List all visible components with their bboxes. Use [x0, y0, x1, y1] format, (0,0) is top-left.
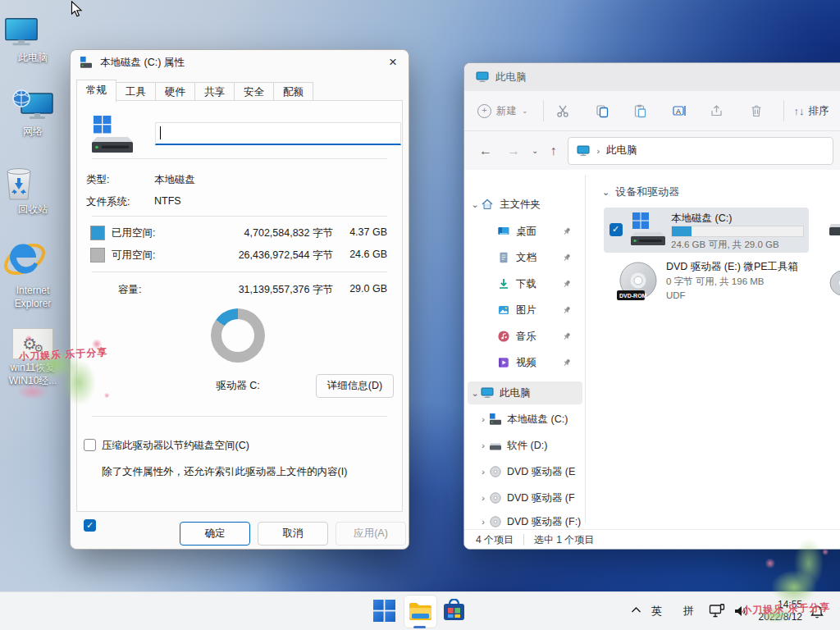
desktop-icon-internet-explorer[interactable]: Internet Explorer [2, 238, 63, 310]
up-button[interactable]: ↑ [550, 144, 556, 158]
notification-bell-icon[interactable]: z [810, 604, 824, 619]
divider [92, 216, 387, 217]
index-checkbox-label: 除了文件属性外，还允许索引此驱动器上文件的内容(I) [102, 465, 347, 479]
desktop-icon-this-pc[interactable]: 此电脑 [2, 16, 63, 65]
sidebar-item-dvd-f2[interactable]: › DVD 驱动器 (F:) [477, 514, 584, 529]
rename-icon: A [672, 103, 687, 118]
apply-button[interactable]: 应用(A) [336, 522, 406, 546]
cancel-button[interactable]: 取消 [258, 522, 328, 546]
home-icon [481, 198, 494, 211]
sort-button-label: 排序 [809, 104, 829, 118]
sidebar-item-documents[interactable]: 文档 [469, 246, 582, 269]
partial-dvd-icon[interactable] [829, 270, 840, 298]
sidebar-item-dvd-e[interactable]: › DVD 驱动器 (E [477, 460, 584, 483]
sidebar-item-this-pc[interactable]: ⌄ 此电脑 [468, 381, 582, 404]
free-space-size: 24.6 GB [335, 249, 387, 260]
sidebar-item-dvd-f[interactable]: › DVD 驱动器 (F [477, 486, 584, 509]
rename-button[interactable]: A [669, 100, 690, 121]
pin-icon [563, 253, 571, 262]
drive-tile-dvd-e[interactable]: DVD-ROM DVD 驱动器 (E:) 微PE工具箱 0 字节 可用, 共 1… [604, 258, 809, 306]
tile-checkbox[interactable] [609, 223, 623, 236]
sidebar-item-music[interactable]: 音乐 [469, 325, 582, 348]
index-checkbox[interactable] [84, 519, 96, 532]
explorer-navigation-bar: ← → ⌄ ↑ › 此电脑 [464, 131, 840, 171]
status-selected-count: 选中 1 个项目 [534, 533, 594, 547]
drive-caption: 驱动器 C: [180, 379, 295, 393]
address-bar[interactable]: › 此电脑 [568, 137, 833, 165]
type-value: 本地磁盘 [154, 173, 195, 187]
folder-icon [409, 602, 432, 622]
drive-tile-info: 0 字节 可用, 共 196 MB [666, 276, 765, 288]
pictures-icon [497, 304, 510, 317]
volume-tray-icon[interactable] [733, 605, 749, 618]
explorer-titlebar[interactable]: 此电脑 [464, 63, 840, 91]
desktop-icon-label: win11恢复 WIN10经... [2, 362, 63, 387]
sidebar-item-downloads[interactable]: 下载 [469, 272, 582, 295]
mouse-cursor [71, 1, 83, 18]
cut-icon [555, 103, 570, 118]
sort-arrows-icon: ↑↓ [794, 105, 805, 117]
sidebar-item-videos[interactable]: 视频 [469, 351, 582, 374]
desktop-icon-label: 回收站 [2, 203, 63, 217]
compress-checkbox[interactable] [84, 439, 96, 451]
drive-c-icon [489, 413, 502, 426]
toolbar-separator [783, 100, 784, 121]
desktop-icon-label: 网络 [2, 126, 63, 139]
compress-checkbox-label: 压缩此驱动器以节约磁盘空间(C) [102, 439, 249, 453]
dvd-rom-icon: DVD-ROM [617, 261, 660, 304]
network-tray-icon[interactable] [709, 604, 725, 619]
divider [92, 416, 387, 417]
sidebar-item-desktop[interactable]: 桌面 [469, 220, 582, 243]
sidebar-item-label: 本地磁盘 (C:) [507, 413, 568, 427]
breadcrumb-separator: › [596, 146, 600, 156]
volume-label-input[interactable] [155, 122, 401, 145]
delete-button[interactable] [746, 100, 767, 121]
close-icon[interactable]: × [389, 57, 397, 68]
paste-button[interactable] [629, 100, 651, 121]
recycle-bin-icon [2, 167, 63, 201]
sidebar-item-drive-d[interactable]: › 软件 (D:) [477, 434, 584, 457]
breadcrumb-root[interactable]: 此电脑 [606, 144, 637, 158]
filesystem-value: NTFS [154, 195, 181, 207]
ok-button[interactable]: 确定 [180, 522, 250, 546]
recent-locations-chevron[interactable]: ⌄ [532, 146, 538, 155]
explorer-window: 此电脑 + 新建 ⌄ A ↑↓ 排序 [463, 62, 840, 550]
capacity-bytes: 31,139,557,376 字节 [200, 283, 333, 297]
share-button[interactable] [706, 100, 728, 121]
taskbar-store-button[interactable] [442, 599, 466, 623]
sidebar-item-label: 视频 [516, 356, 536, 370]
devices-section-header[interactable]: ⌄ 设备和驱动器 [602, 185, 679, 199]
partial-drive-icon[interactable] [828, 217, 840, 242]
desktop-icon-win11-restore[interactable]: ⚙⚙ win11恢复 WIN10经... [2, 328, 63, 387]
pin-icon [563, 280, 571, 289]
chevron-right-icon: › [477, 517, 489, 527]
ime-mode-indicator[interactable]: 拼 [683, 604, 694, 619]
start-button[interactable] [373, 600, 395, 622]
drive-icon [489, 440, 502, 452]
hidden-icons-chevron[interactable] [631, 606, 641, 614]
drive-tile-c[interactable]: 本地磁盘 (C:) 24.6 GB 可用, 共 29.0 GB [604, 208, 809, 253]
taskbar-clock[interactable]: 14:55 2022/8/12 [751, 599, 802, 623]
sidebar-item-pictures[interactable]: 图片 [469, 299, 582, 322]
chevron-down-icon: ⌄ [522, 107, 528, 115]
desktop-icon-network[interactable]: 网络 [2, 89, 63, 139]
sidebar-item-home[interactable]: ⌄ 主文件夹 [469, 193, 582, 216]
desktop-icon-recycle-bin[interactable]: 回收站 [2, 167, 63, 217]
tab-general[interactable]: 常规 [76, 80, 116, 103]
sidebar-item-drive-c[interactable]: › 本地磁盘 (C:) [477, 408, 584, 431]
video-icon [497, 356, 510, 369]
cut-button[interactable] [552, 100, 573, 121]
details-button[interactable]: 详细信息(D) [316, 374, 394, 398]
chevron-right-icon: › [477, 467, 489, 477]
taskbar-file-explorer-button[interactable] [404, 595, 437, 628]
drive-usage-bar [671, 226, 804, 237]
forward-button[interactable]: → [507, 144, 520, 158]
back-button[interactable]: ← [479, 144, 492, 158]
dialog-titlebar[interactable]: 本地磁盘 (C:) 属性 × [71, 50, 409, 75]
ime-language-indicator[interactable]: 英 [651, 604, 662, 619]
new-button[interactable]: + 新建 ⌄ [477, 104, 528, 118]
chevron-down-icon: ⌄ [602, 187, 609, 198]
used-space-swatch [90, 226, 105, 240]
sort-button[interactable]: ↑↓ 排序 [794, 104, 829, 118]
copy-button[interactable] [591, 100, 613, 121]
